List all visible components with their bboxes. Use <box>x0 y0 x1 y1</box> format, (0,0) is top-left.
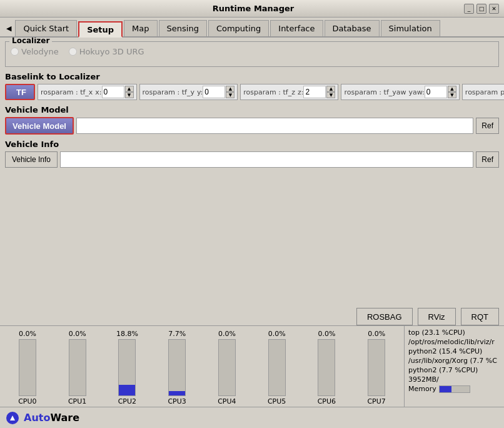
memory-bar-text: Memory <box>408 385 436 393</box>
spinner-x[interactable]: ▲ ▼ <box>125 86 134 98</box>
vehicle-info-section: Vehicle Info Vehicle Info Ref <box>5 140 499 168</box>
cpu-bars: 0.0%CPU00.0%CPU118.8%CPU27.7%CPU30.0%CPU… <box>0 326 404 407</box>
hokuyo-radio-label[interactable]: Hokuyo 3D URG <box>69 47 144 56</box>
tab-setup[interactable]: Setup <box>78 21 123 38</box>
cpu-label-2: CPU2 <box>118 397 136 405</box>
velodyne-radio[interactable] <box>11 48 19 56</box>
tab-scroll-left[interactable]: ◀ <box>3 20 15 36</box>
vehicle-info-input[interactable] <box>60 151 473 168</box>
param-label-yaw: rosparam : tf_yaw <box>344 88 406 96</box>
cpu-label-0: CPU0 <box>18 397 36 405</box>
baselink-row: TF rosparam : tf_x x: ▲ ▼ rosparam : tf_… <box>5 84 499 100</box>
minimize-button[interactable]: _ <box>464 4 474 14</box>
spinner-yaw[interactable]: ▲ ▼ <box>448 86 456 98</box>
tab-computing[interactable]: Computing <box>208 20 269 36</box>
spin-down-y[interactable]: ▼ <box>226 92 234 98</box>
spinner-z[interactable]: ▲ ▼ <box>326 86 335 98</box>
vehicle-info-row: Vehicle Info Ref <box>5 151 499 168</box>
main-content: Localizer Velodyne Hokuyo 3D URG Baselin… <box>0 38 504 428</box>
tf-button[interactable]: TF <box>5 84 35 100</box>
param-group-z: rosparam : tf_z z: ▲ ▼ <box>240 84 338 100</box>
cpu-item-7: 0.0%CPU7 <box>351 330 401 405</box>
rviz-button[interactable]: RViz <box>418 308 456 325</box>
spinner-y[interactable]: ▲ ▼ <box>226 86 234 98</box>
velodyne-radio-label[interactable]: Velodyne <box>11 47 59 56</box>
tab-sensing[interactable]: Sensing <box>159 20 207 36</box>
close-button[interactable]: ✕ <box>489 4 499 14</box>
spin-down-yaw[interactable]: ▼ <box>448 92 456 98</box>
baselink-section: Baselink to Localizer TF rosparam : tf_x… <box>5 72 499 100</box>
memory-bar-row: Memory <box>408 385 500 393</box>
autoware-logo-text: AutoWare <box>24 412 79 424</box>
window-controls[interactable]: _ □ ✕ <box>464 4 499 14</box>
hokuyo-radio[interactable] <box>69 48 77 56</box>
vehicle-info-button[interactable]: Vehicle Info <box>5 151 58 168</box>
autoware-bar: AutoWare <box>0 407 504 428</box>
param-axis-yaw: yaw: <box>409 88 425 96</box>
cpu-percent-5: 0.0% <box>268 330 286 338</box>
cpu-percent-2: 18.8% <box>116 330 138 338</box>
cpu-percent-4: 0.0% <box>218 330 236 338</box>
tab-simulation[interactable]: Simulation <box>381 20 440 36</box>
cpu-label-5: CPU5 <box>268 397 286 405</box>
param-label-y: rosparam : tf_y <box>143 88 194 96</box>
velodyne-label: Velodyne <box>21 47 59 56</box>
info-line-4: /usr/lib/xorg/Xorg (7.7 %C <box>408 357 500 365</box>
cpu-percent-7: 0.0% <box>368 330 385 338</box>
vehicle-info-section-label: Vehicle Info <box>5 140 499 149</box>
tab-bar: ◀ Quick Start Setup Map Sensing Computin… <box>0 18 504 38</box>
cpu-bar-fill-2 <box>119 385 135 395</box>
cpu-bar-container-7 <box>368 339 385 396</box>
vehicle-model-ref-button[interactable]: Ref <box>476 118 499 134</box>
vehicle-model-button[interactable]: Vehicle Model <box>5 117 74 135</box>
spin-down-z[interactable]: ▼ <box>326 92 335 98</box>
param-input-y[interactable] <box>203 86 225 98</box>
cpu-bar-container-4 <box>218 339 236 396</box>
cpu-label-3: CPU3 <box>168 397 186 405</box>
spin-up-x[interactable]: ▲ <box>125 86 134 92</box>
param-group-y: rosparam : tf_y y: ▲ ▼ <box>139 84 238 100</box>
param-input-yaw[interactable] <box>425 86 447 98</box>
cpu-bar-container-5 <box>268 339 286 396</box>
rosbag-button[interactable]: ROSBAG <box>356 308 413 325</box>
memory-row: 3952MB/ <box>408 375 500 384</box>
cpu-bar-fill-3 <box>169 391 185 395</box>
spin-down-x[interactable]: ▼ <box>125 92 134 98</box>
param-label-x: rosparam : tf_x <box>41 88 93 96</box>
param-axis-x: x: <box>95 88 101 96</box>
cpu-bar-container-2 <box>118 339 136 396</box>
localizer-group-label: Localizer <box>9 38 52 45</box>
cpu-percent-0: 0.0% <box>19 330 36 338</box>
rqt-button[interactable]: RQT <box>461 308 499 325</box>
cpu-bar-container-6 <box>318 339 335 396</box>
memory-label: 3952MB/ <box>408 375 439 384</box>
info-line-1: top (23.1 %CPU) <box>408 329 500 337</box>
cpu-item-4: 0.0%CPU4 <box>202 330 252 405</box>
spin-up-z[interactable]: ▲ <box>326 86 335 92</box>
tab-database[interactable]: Database <box>325 20 380 36</box>
cpu-label-7: CPU7 <box>367 397 385 405</box>
vehicle-model-input[interactable] <box>76 118 473 134</box>
info-panel: top (23.1 %CPU) /opt/ros/melodic/lib/rvi… <box>404 326 504 407</box>
param-axis-z: z: <box>298 88 303 96</box>
vehicle-info-ref-button[interactable]: Ref <box>476 151 499 168</box>
vehicle-model-section-label: Vehicle Model <box>5 105 499 115</box>
maximize-button[interactable]: □ <box>476 4 486 14</box>
cpu-label-6: CPU6 <box>318 397 336 405</box>
tab-map[interactable]: Map <box>124 20 157 36</box>
param-input-x[interactable] <box>102 86 124 98</box>
param-label-pitch: rosparam <box>465 88 498 96</box>
memory-bar-fill <box>440 386 451 392</box>
param-input-z[interactable] <box>303 86 326 98</box>
localizer-group: Localizer Velodyne Hokuyo 3D URG <box>5 41 499 67</box>
spin-up-y[interactable]: ▲ <box>226 86 234 92</box>
title-bar: Runtime Manager _ □ ✕ <box>0 0 504 18</box>
cpu-bar-container-3 <box>168 339 186 396</box>
autoware-logo-icon <box>5 410 20 425</box>
cpu-percent-1: 0.0% <box>69 330 86 338</box>
tab-quick-start[interactable]: Quick Start <box>15 20 77 36</box>
tab-interface[interactable]: Interface <box>270 20 323 36</box>
spin-up-yaw[interactable]: ▲ <box>448 86 456 92</box>
cpu-bar-container-1 <box>69 339 86 396</box>
autoware-logo: AutoWare <box>5 410 79 425</box>
